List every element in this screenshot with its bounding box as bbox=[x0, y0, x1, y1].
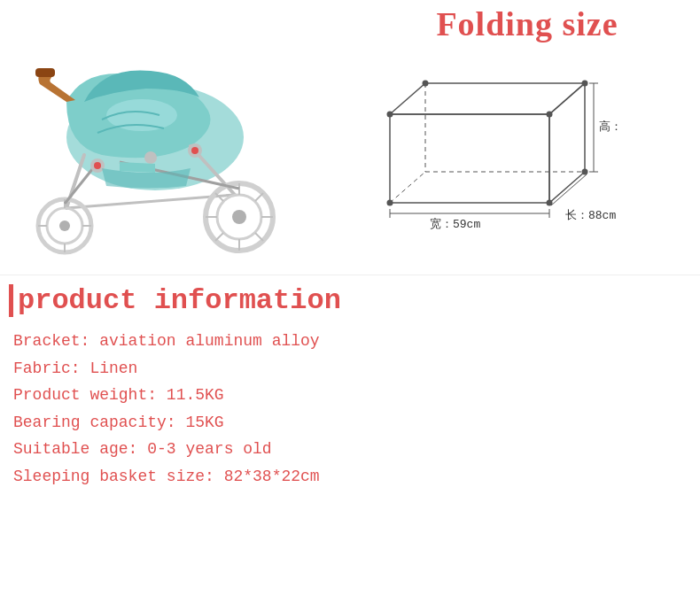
product-info-section: product information Bracket: aviation al… bbox=[0, 275, 700, 499]
svg-rect-31 bbox=[390, 114, 549, 203]
svg-line-15 bbox=[215, 233, 223, 241]
stroller-image-area bbox=[0, 18, 346, 275]
product-info-list: Bracket: aviation aluminum alloy Fabric:… bbox=[9, 328, 691, 491]
folding-info-panel: Folding size bbox=[346, 0, 700, 238]
svg-text:宽：59cm: 宽：59cm bbox=[430, 217, 480, 229]
svg-point-19 bbox=[59, 220, 70, 231]
svg-point-29 bbox=[94, 162, 101, 169]
stroller-illustration bbox=[13, 31, 332, 261]
svg-point-36 bbox=[547, 112, 553, 118]
top-section: Folding size bbox=[0, 0, 700, 275]
svg-point-8 bbox=[232, 210, 246, 224]
svg-point-40 bbox=[582, 81, 588, 87]
list-item: Sleeping basket size: 82*38*22cm bbox=[13, 463, 691, 491]
box-diagram: 高：37cm 宽：59cm 长：88cm bbox=[354, 61, 638, 238]
svg-line-14 bbox=[255, 233, 263, 241]
svg-line-50 bbox=[551, 174, 587, 205]
svg-text:高：37cm: 高：37cm bbox=[599, 120, 620, 134]
folding-title: Folding size bbox=[436, 4, 618, 43]
list-item: Product weight: 11.5KG bbox=[13, 382, 691, 409]
svg-point-41 bbox=[582, 169, 588, 175]
page: Folding size bbox=[0, 0, 700, 611]
list-item: Suitable age: 0-3 years old bbox=[13, 436, 691, 463]
svg-line-32 bbox=[390, 172, 425, 203]
svg-point-27 bbox=[144, 151, 157, 164]
svg-point-39 bbox=[423, 81, 429, 87]
list-item: Fabric: Linen bbox=[13, 355, 691, 383]
svg-point-37 bbox=[387, 200, 393, 206]
product-info-title: product information bbox=[9, 284, 691, 317]
list-item: Bearing capacity: 15KG bbox=[13, 409, 691, 437]
svg-rect-5 bbox=[35, 68, 55, 77]
svg-point-30 bbox=[191, 147, 198, 154]
svg-text:长：88cm: 长：88cm bbox=[565, 209, 616, 222]
dimension-box-svg: 高：37cm 宽：59cm 长：88cm bbox=[354, 61, 620, 229]
list-item: Bracket: aviation aluminum alloy bbox=[13, 328, 691, 355]
svg-line-16 bbox=[255, 193, 263, 201]
svg-point-35 bbox=[387, 112, 393, 118]
